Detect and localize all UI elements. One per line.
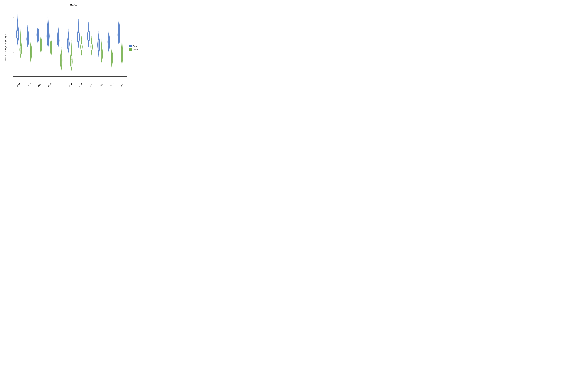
svg-point-379 <box>98 42 98 42</box>
svg-point-457 <box>119 44 119 44</box>
svg-point-98 <box>30 43 31 43</box>
svg-point-280 <box>78 47 78 47</box>
svg-point-50 <box>21 37 21 38</box>
svg-point-346 <box>91 55 92 55</box>
svg-point-443 <box>112 58 112 59</box>
svg-point-214 <box>61 71 61 71</box>
svg-point-328 <box>88 41 89 42</box>
svg-point-205 <box>58 30 59 30</box>
svg-point-83 <box>31 63 31 63</box>
svg-point-85 <box>30 60 31 60</box>
svg-point-162 <box>48 21 48 22</box>
svg-point-173 <box>51 54 51 55</box>
svg-point-252 <box>68 32 68 32</box>
svg-point-480 <box>122 63 122 64</box>
svg-point-227 <box>61 54 62 54</box>
svg-point-378 <box>99 43 99 43</box>
svg-point-371 <box>98 52 98 53</box>
svg-point-231 <box>61 49 61 49</box>
svg-point-267 <box>71 56 71 56</box>
svg-point-405 <box>102 42 102 42</box>
svg-point-43 <box>21 49 22 50</box>
svg-point-276 <box>71 42 71 42</box>
svg-point-87 <box>31 57 32 58</box>
svg-point-425 <box>109 37 110 37</box>
svg-point-318 <box>81 39 81 40</box>
legend-box-normal <box>129 49 132 51</box>
svg-point-65 <box>28 41 29 41</box>
svg-point-24 <box>17 32 17 32</box>
svg-point-209 <box>58 25 58 25</box>
svg-point-415 <box>108 49 109 50</box>
svg-point-293 <box>79 28 79 28</box>
svg-rect-190 <box>58 36 58 44</box>
svg-point-470 <box>119 22 119 23</box>
svg-point-93 <box>30 50 30 50</box>
svg-point-155 <box>48 35 49 35</box>
svg-point-461 <box>120 37 120 38</box>
svg-point-356 <box>92 45 92 45</box>
svg-point-171 <box>51 56 51 57</box>
svg-point-488 <box>122 49 122 49</box>
svg-point-63 <box>27 43 27 44</box>
svg-point-153 <box>49 39 49 39</box>
svg-point-18 <box>18 42 18 42</box>
svg-point-472 <box>119 19 119 19</box>
svg-point-39 <box>20 56 21 56</box>
svg-point-353 <box>92 48 92 49</box>
svg-point-128 <box>41 53 41 53</box>
svg-point-456 <box>119 46 119 46</box>
svg-point-327 <box>88 42 88 43</box>
svg-point-375 <box>99 47 99 48</box>
svg-point-202 <box>58 34 59 34</box>
x-label-luad: LUAD <box>77 81 85 89</box>
svg-point-100 <box>31 40 31 41</box>
svg-point-404 <box>101 43 102 44</box>
svg-point-269 <box>71 53 71 53</box>
svg-point-17 <box>17 43 18 43</box>
svg-point-157 <box>48 31 48 31</box>
svg-point-148 <box>48 49 48 49</box>
svg-point-292 <box>78 29 79 30</box>
svg-point-158 <box>48 29 49 29</box>
svg-point-131 <box>41 49 42 50</box>
svg-point-226 <box>61 55 61 56</box>
svg-point-99 <box>31 42 31 42</box>
svg-rect-344 <box>92 44 92 50</box>
svg-point-260 <box>71 67 72 67</box>
svg-point-291 <box>78 31 78 31</box>
svg-point-187 <box>51 40 51 41</box>
svg-point-117 <box>38 32 39 32</box>
svg-point-485 <box>122 54 122 55</box>
svg-point-218 <box>61 66 61 66</box>
svg-point-138 <box>41 42 41 42</box>
svg-point-309 <box>81 48 82 49</box>
svg-point-130 <box>41 50 41 51</box>
svg-rect-300 <box>81 44 82 50</box>
svg-point-349 <box>91 52 92 52</box>
svg-point-135 <box>41 45 41 45</box>
svg-point-221 <box>61 62 62 62</box>
svg-point-109 <box>38 40 39 40</box>
svg-point-474 <box>119 16 119 16</box>
svg-point-372 <box>98 51 99 51</box>
svg-point-283 <box>78 42 78 43</box>
svg-point-332 <box>87 36 87 37</box>
svg-text:10: 10 <box>13 28 13 30</box>
svg-point-370 <box>99 54 99 54</box>
svg-point-270 <box>71 51 71 52</box>
svg-point-194 <box>58 44 59 45</box>
svg-point-351 <box>92 50 92 50</box>
svg-point-115 <box>37 34 37 34</box>
svg-point-233 <box>61 46 61 46</box>
svg-point-431 <box>109 29 109 29</box>
svg-point-396 <box>101 55 101 55</box>
svg-rect-278 <box>78 33 79 41</box>
svg-point-46 <box>20 44 20 44</box>
svg-point-376 <box>97 46 98 46</box>
legend-box-tumor <box>129 45 132 47</box>
svg-point-412 <box>109 53 109 53</box>
svg-point-27 <box>17 27 17 28</box>
x-label-prad: PRAD <box>97 81 106 89</box>
svg-point-394 <box>102 57 102 58</box>
